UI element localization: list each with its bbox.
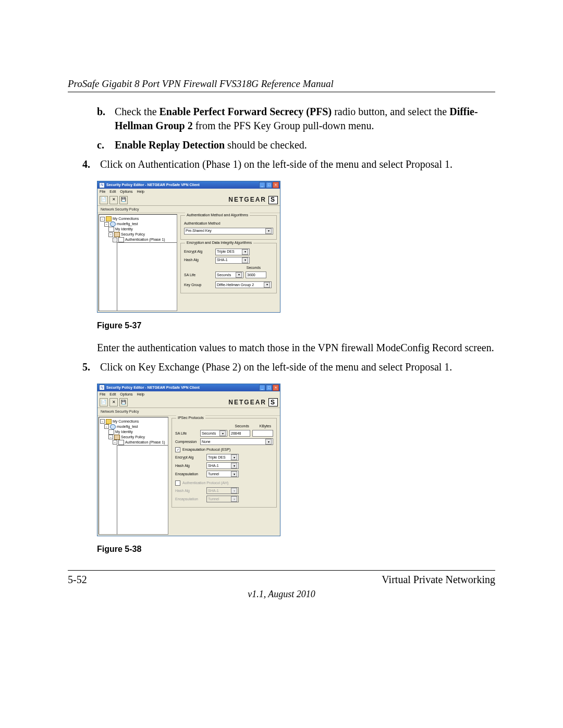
- ah-checkbox[interactable]: [175, 480, 180, 486]
- key-group-label: Key Group: [184, 282, 213, 287]
- menu-edit[interactable]: Edit: [109, 392, 116, 397]
- tool-save-icon[interactable]: 💾: [119, 196, 128, 204]
- tree-pane[interactable]: −My Connections −modeftg_test My Identit…: [99, 417, 168, 535]
- close-button[interactable]: ×: [273, 385, 279, 391]
- expand-icon[interactable]: −: [108, 232, 113, 237]
- close-button[interactable]: ×: [273, 182, 279, 188]
- globe-icon: [110, 221, 116, 227]
- page-header: ProSafe Gigabit 8 Port VPN Firewall FVS3…: [68, 78, 495, 92]
- tool-new-icon[interactable]: 📄: [100, 398, 108, 406]
- expand-icon[interactable]: −: [100, 217, 105, 221]
- tree-item[interactable]: modeftg_test: [117, 424, 138, 429]
- encrypt-alg-select[interactable]: Triple DES ▾: [206, 454, 239, 461]
- tree-item[interactable]: My Identity: [115, 227, 133, 231]
- esp-checkbox[interactable]: ✓: [175, 447, 180, 452]
- page-icon: [117, 242, 177, 311]
- menu-bar: File Edit Options Help: [97, 391, 280, 397]
- figure-caption-38: Figure 5-38: [97, 544, 495, 555]
- titlebar-icon: N: [99, 182, 105, 188]
- encapsulation-select[interactable]: Tunnel ▾: [206, 471, 239, 477]
- hash-alg-select[interactable]: SHA-1 ▾: [206, 462, 239, 469]
- menu-file[interactable]: File: [100, 189, 105, 194]
- key-group-select[interactable]: Diffie-Hellman Group 2 ▾: [215, 281, 272, 288]
- sa-life-kbytes-input[interactable]: [252, 430, 273, 437]
- ah-encapsulation-select: Tunnel ▾: [206, 496, 239, 502]
- tool-delete-icon[interactable]: ✕: [109, 196, 118, 204]
- tool-save-icon[interactable]: 💾: [119, 398, 128, 406]
- tree-item[interactable]: modeftg_test: [117, 221, 138, 226]
- menu-options[interactable]: Options: [120, 189, 132, 194]
- tree-item[interactable]: My Identity: [115, 429, 133, 434]
- document-page: ProSafe Gigabit 8 Port VPN Firewall FVS3…: [0, 0, 563, 631]
- tree-item[interactable]: My Connections: [113, 419, 139, 424]
- paragraph: Enter the authentication values to match…: [97, 341, 495, 355]
- sa-life-unit-select[interactable]: Seconds ▾: [215, 272, 243, 278]
- expand-icon[interactable]: −: [104, 222, 109, 227]
- version-line: v1.1, August 2010: [68, 589, 495, 600]
- seconds-unit: Seconds: [235, 424, 249, 428]
- page-footer: 5-52 Virtual Private Networking v1.1, Au…: [68, 570, 495, 600]
- expand-icon[interactable]: −: [100, 419, 105, 424]
- sa-life-seconds-input[interactable]: 28848: [229, 430, 250, 437]
- menu-help[interactable]: Help: [137, 392, 144, 397]
- identity-icon: [108, 429, 114, 435]
- encrypt-alg-label: Encrypt Alg: [184, 249, 213, 254]
- ah-encapsulation-label: Encapsulation: [175, 497, 204, 501]
- globe-icon: [110, 424, 116, 429]
- folder-icon: [106, 419, 112, 424]
- sa-life-unit-select[interactable]: Seconds ▾: [200, 430, 227, 437]
- nsp-label: Network Security Policy: [97, 408, 280, 415]
- menu-options[interactable]: Options: [120, 392, 132, 397]
- compression-select[interactable]: None ▾: [200, 438, 273, 445]
- chevron-down-icon: ▾: [242, 257, 248, 263]
- tree-item[interactable]: My Connections: [113, 216, 139, 221]
- expand-icon[interactable]: −: [108, 435, 113, 439]
- menu-help[interactable]: Help: [137, 189, 144, 194]
- chevron-down-icon: ▾: [264, 282, 270, 288]
- nsp-label: Network Security Policy: [97, 206, 280, 213]
- menu-file[interactable]: File: [100, 392, 105, 397]
- netgear-logo: NETGEAR S: [228, 398, 278, 406]
- expand-icon[interactable]: −: [113, 440, 117, 445]
- tree-item[interactable]: Security Policy: [121, 435, 145, 439]
- hash-alg-select[interactable]: SHA-1 ▾: [215, 257, 250, 264]
- ah-hash-alg-label: Hash Alg: [175, 488, 204, 493]
- chevron-down-icon: ▾: [231, 471, 237, 477]
- titlebar-icon: N: [99, 385, 105, 390]
- page-icon: [117, 445, 168, 535]
- chevron-down-icon: ▾: [231, 488, 237, 493]
- minimize-button[interactable]: _: [259, 385, 265, 391]
- netgear-logo-icon: S: [268, 398, 278, 406]
- maximize-button[interactable]: □: [266, 182, 272, 188]
- window-title: Security Policy Editor - NETGEAR ProSafe…: [106, 385, 258, 390]
- app-window-fig37: N Security Policy Editor - NETGEAR ProSa…: [97, 181, 280, 313]
- chevron-down-icon: ▾: [242, 249, 248, 255]
- sa-life-value-input[interactable]: 3600: [246, 272, 266, 278]
- hash-alg-label: Hash Alg: [175, 463, 204, 468]
- chevron-down-icon: ▾: [265, 439, 272, 445]
- tree-item[interactable]: Authentication (Phase 1): [125, 237, 165, 242]
- seconds-unit: Seconds: [247, 265, 261, 270]
- auth-method-fieldset: Authentication Method and Algorithms Aut…: [180, 215, 277, 239]
- maximize-button[interactable]: □: [266, 385, 272, 391]
- expand-icon[interactable]: −: [104, 424, 109, 429]
- ipsec-fieldset: IPSec Protocols Seconds KBytes SA Life S…: [172, 418, 277, 508]
- minimize-button[interactable]: _: [259, 182, 265, 188]
- folder-icon: [106, 216, 112, 221]
- esp-label: Encapsulation Protocol (ESP): [182, 447, 230, 452]
- menu-edit[interactable]: Edit: [109, 189, 116, 194]
- ah-hash-alg-select: SHA-1 ▾: [206, 487, 239, 494]
- expand-icon[interactable]: −: [113, 238, 117, 242]
- menu-bar: File Edit Options Help: [97, 189, 280, 194]
- chevron-down-icon: ▾: [231, 454, 237, 460]
- compression-label: Compression: [175, 439, 198, 444]
- tree-item[interactable]: Authentication (Phase 1): [125, 440, 165, 445]
- tool-delete-icon[interactable]: ✕: [109, 398, 118, 406]
- tree-item[interactable]: Security Policy: [121, 232, 145, 237]
- auth-method-select[interactable]: Pre-Shared Key ▾: [184, 228, 273, 235]
- page-number: 5-52: [68, 574, 87, 586]
- tool-new-icon[interactable]: 📄: [100, 196, 108, 204]
- encrypt-alg-select[interactable]: Triple DES ▾: [215, 249, 250, 255]
- tree-pane[interactable]: −My Connections −modeftg_test My Identit…: [99, 214, 177, 311]
- encapsulation-label: Encapsulation: [175, 472, 204, 476]
